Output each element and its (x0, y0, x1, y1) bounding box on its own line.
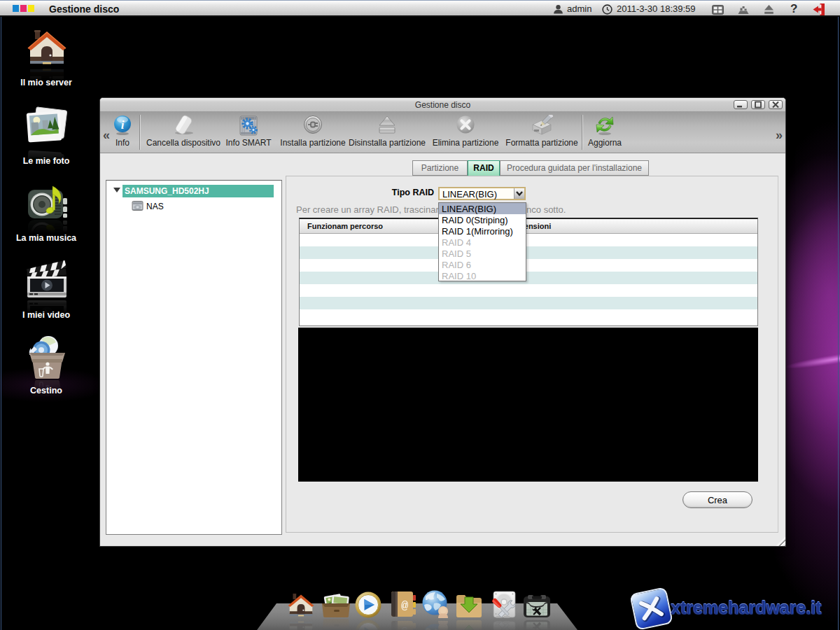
svg-text:i: i (121, 118, 125, 132)
svg-text:@: @ (401, 599, 408, 612)
